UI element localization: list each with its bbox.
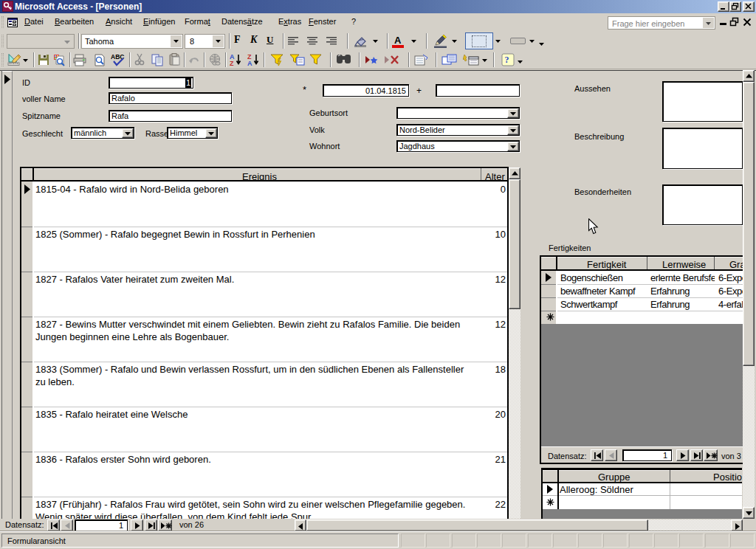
- svg-text:A: A: [247, 60, 252, 66]
- svg-text:Z: Z: [230, 60, 234, 66]
- svg-text:?: ?: [505, 55, 509, 65]
